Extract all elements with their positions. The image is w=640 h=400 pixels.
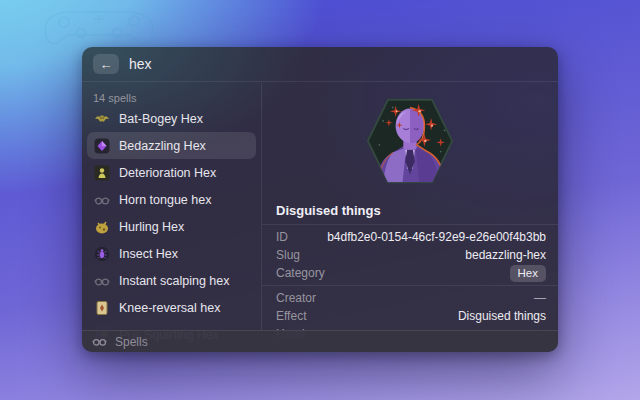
metadata-label: Slug	[276, 248, 300, 262]
spell-name: Bat-Bogey Hex	[119, 112, 203, 126]
metadata-row: EffectDisguised things	[262, 307, 558, 325]
spell-list-panel: 14 spells Bat-Bogey HexBedazzling HexDet…	[82, 83, 262, 352]
spell-name: Bedazzling Hex	[119, 139, 206, 153]
spell-name: Hurling Hex	[119, 220, 184, 234]
search-input[interactable]	[129, 56, 547, 72]
glasses-icon	[94, 192, 110, 208]
footer-bar: Spells	[82, 330, 558, 352]
metadata-value: Disguised things	[458, 309, 546, 323]
spell-list-item[interactable]: Horn tongue hex	[87, 186, 256, 213]
spell-browser-window: ← 14 spells Bat-Bogey HexBedazzling HexD…	[82, 47, 558, 352]
metadata-list: IDb4dfb2e0-0154-46cf-92e9-e26e00f4b3bbSl…	[262, 225, 558, 343]
spell-name: Deterioration Hex	[119, 166, 216, 180]
metadata-value: bedazzling-hex	[465, 248, 546, 262]
back-button[interactable]: ←	[93, 54, 119, 74]
spell-list-item[interactable]: Instant scalping hex	[87, 267, 256, 294]
metadata-row: IDb4dfb2e0-0154-46cf-92e9-e26e00f4b3bb	[262, 228, 558, 246]
card-icon	[94, 300, 110, 316]
metadata-row: Creator—	[262, 289, 558, 307]
figure-icon	[94, 165, 110, 181]
spell-list-item[interactable]: Bedazzling Hex	[87, 132, 256, 159]
spell-count-label: 14 spells	[87, 83, 256, 105]
spell-artwork	[364, 92, 456, 190]
spell-list: Bat-Bogey HexBedazzling HexDeterioration…	[87, 105, 256, 348]
spell-list-item[interactable]: Hurling Hex	[87, 213, 256, 240]
metadata-label: Creator	[276, 291, 316, 305]
spell-name: Knee-reversal hex	[119, 301, 220, 315]
metadata-value: —	[534, 291, 546, 305]
controller-sketch	[34, 5, 164, 47]
artwork-area	[262, 83, 558, 193]
footer-source-label: Spells	[115, 335, 148, 349]
glasses-icon	[94, 273, 110, 289]
bat-icon	[94, 111, 110, 127]
spell-list-item[interactable]: Insect Hex	[87, 240, 256, 267]
spell-list-item[interactable]: Deterioration Hex	[87, 159, 256, 186]
spell-name: Horn tongue hex	[119, 193, 211, 207]
detail-section-title: Disguised things	[262, 193, 558, 224]
gem-icon	[94, 138, 110, 154]
search-bar: ←	[82, 47, 558, 82]
metadata-value: b4dfb2e0-0154-46cf-92e9-e26e00f4b3bb	[327, 230, 546, 244]
spell-name: Instant scalping hex	[119, 274, 230, 288]
metadata-label: ID	[276, 230, 288, 244]
glasses-icon	[92, 334, 107, 349]
insect-icon	[94, 246, 110, 262]
content-area: 14 spells Bat-Bogey HexBedazzling HexDet…	[82, 83, 558, 352]
metadata-row: CategoryHex	[262, 264, 558, 282]
spell-list-item[interactable]: Knee-reversal hex	[87, 294, 256, 321]
metadata-divider	[262, 285, 558, 286]
spell-name: Insect Hex	[119, 247, 178, 261]
spell-detail-panel: Disguised things IDb4dfb2e0-0154-46cf-92…	[262, 83, 558, 352]
metadata-row: Slugbedazzling-hex	[262, 246, 558, 264]
hurl-icon	[94, 219, 110, 235]
category-badge: Hex	[510, 265, 546, 282]
spell-list-item[interactable]: Bat-Bogey Hex	[87, 105, 256, 132]
metadata-label: Effect	[276, 309, 306, 323]
back-arrow-icon: ←	[100, 58, 113, 71]
metadata-label: Category	[276, 266, 325, 280]
